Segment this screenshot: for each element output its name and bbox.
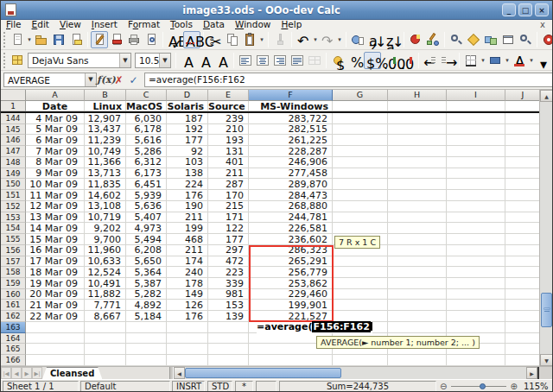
cell[interactable]	[167, 355, 208, 366]
find-replace-button[interactable]	[448, 31, 465, 48]
cell[interactable]: 236,602	[249, 234, 333, 245]
row-header-151[interactable]: 151	[1, 190, 26, 201]
cell[interactable]	[333, 355, 388, 366]
cell[interactable]	[333, 146, 388, 157]
cell[interactable]: 11,882	[85, 289, 126, 300]
toolbar-overflow-button[interactable]: ▾	[535, 52, 552, 69]
clone-formatting-button[interactable]	[271, 31, 289, 48]
cell[interactable]	[505, 113, 541, 124]
cell[interactable]	[447, 278, 505, 289]
cell[interactable]: 256,779	[249, 267, 333, 278]
cell[interactable]	[333, 278, 388, 289]
cell[interactable]: 199	[167, 223, 208, 234]
status-sum[interactable]: Sum=244,735	[279, 381, 436, 392]
menu-data[interactable]: Data	[198, 20, 230, 29]
cell[interactable]: 20 Mar 09	[26, 289, 85, 300]
cell[interactable]	[333, 300, 388, 311]
vertical-scroll-thumb[interactable]	[541, 293, 552, 327]
cell[interactable]	[505, 223, 541, 234]
cell[interactable]	[447, 135, 505, 146]
cell[interactable]	[505, 311, 541, 322]
cell[interactable]: 12 Mar 09	[26, 201, 85, 212]
cell[interactable]: 6,030	[126, 113, 167, 124]
cell[interactable]: 193	[208, 135, 249, 146]
document-close-button[interactable]: x	[540, 21, 545, 29]
row-header-148[interactable]: 148	[1, 157, 26, 168]
cell[interactable]	[388, 355, 447, 366]
column-header-J[interactable]: J	[505, 90, 541, 101]
save-button[interactable]	[50, 31, 67, 48]
title-bar[interactable]: image33.ods - OOo-dev Calc _ □ ×	[1, 1, 552, 20]
cell[interactable]	[388, 289, 447, 300]
row-header-160[interactable]: 160	[1, 289, 26, 300]
cell[interactable]: 6,451	[126, 179, 167, 190]
align-left-button[interactable]	[237, 52, 254, 69]
first-sheet-icon[interactable]: |◀	[1, 367, 11, 379]
cell[interactable]	[388, 190, 447, 201]
status-insert-mode[interactable]: INSRT	[172, 381, 205, 392]
menu-format[interactable]: Format	[123, 20, 165, 29]
cell[interactable]	[126, 322, 167, 333]
cell[interactable]: 9,700	[85, 234, 126, 245]
cell[interactable]: 5,407	[126, 212, 167, 224]
styles-button[interactable]	[9, 52, 26, 69]
cell[interactable]: 5,636	[126, 201, 167, 212]
row-header-158[interactable]: 158	[1, 267, 26, 278]
cell[interactable]: 199,901	[249, 300, 333, 311]
cell[interactable]	[85, 344, 126, 355]
cell[interactable]	[208, 333, 249, 345]
cell[interactable]: 5,286	[126, 146, 167, 157]
cell[interactable]: 192	[167, 124, 208, 136]
cell[interactable]: 4,973	[126, 223, 167, 234]
cell[interactable]	[167, 344, 208, 355]
cell[interactable]	[447, 124, 505, 136]
cell[interactable]	[505, 300, 541, 311]
cell[interactable]: 11 Mar 09	[26, 190, 85, 201]
maximize-button[interactable]: □	[518, 3, 532, 16]
cell[interactable]	[505, 146, 541, 157]
cell[interactable]	[333, 289, 388, 300]
cell[interactable]: 223	[208, 267, 249, 278]
name-box[interactable]: AVERAGE ▼	[3, 73, 97, 87]
cell[interactable]: 15 Mar 09	[26, 234, 85, 245]
cell[interactable]: 981	[208, 289, 249, 300]
currency-format-button[interactable]: $	[329, 52, 346, 69]
menu-tools[interactable]: Tools	[165, 20, 198, 29]
hyperlink-button[interactable]	[349, 31, 366, 48]
cell[interactable]	[505, 355, 541, 366]
background-color-dropdown-icon[interactable]: ▾	[504, 57, 511, 64]
cell[interactable]	[505, 333, 541, 345]
horizontal-scroll-track[interactable]	[185, 367, 526, 379]
cell[interactable]	[333, 135, 388, 146]
row-header-157[interactable]: 157	[1, 256, 26, 268]
cell[interactable]	[447, 245, 505, 256]
column-header-E[interactable]: E	[208, 90, 249, 101]
cell[interactable]	[388, 300, 447, 311]
cell[interactable]: 170	[208, 190, 249, 201]
cell[interactable]	[208, 322, 249, 333]
cell[interactable]	[447, 157, 505, 168]
show-draw-functions-button[interactable]	[424, 31, 442, 48]
cell[interactable]	[505, 101, 541, 111]
cell[interactable]: 187	[167, 113, 208, 124]
cell[interactable]: 190	[167, 201, 208, 212]
cell[interactable]: 13,713	[85, 168, 126, 180]
row-header-164[interactable]: 164	[1, 333, 26, 345]
cell[interactable]	[447, 113, 505, 124]
auto-spellcheck-button[interactable]: ABC	[183, 31, 200, 48]
cell[interactable]: 176	[167, 190, 208, 201]
cell[interactable]: 468	[167, 234, 208, 245]
zoom-button[interactable]	[517, 31, 534, 48]
cut-button[interactable]: ✂	[207, 31, 224, 48]
zoom-in-icon[interactable]: ⊕	[511, 381, 518, 392]
cell[interactable]	[126, 355, 167, 366]
horizontal-scroll-thumb[interactable]	[185, 368, 341, 378]
cell[interactable]	[333, 256, 388, 268]
cell[interactable]: 6 Mar 09	[26, 135, 85, 146]
paste-button[interactable]	[241, 31, 258, 48]
cell[interactable]: 229,460	[249, 289, 333, 300]
cell[interactable]	[388, 234, 447, 245]
cell[interactable]: 21 Mar 09	[26, 300, 85, 311]
cell[interactable]: 253,862	[249, 278, 333, 289]
cell[interactable]	[447, 289, 505, 300]
